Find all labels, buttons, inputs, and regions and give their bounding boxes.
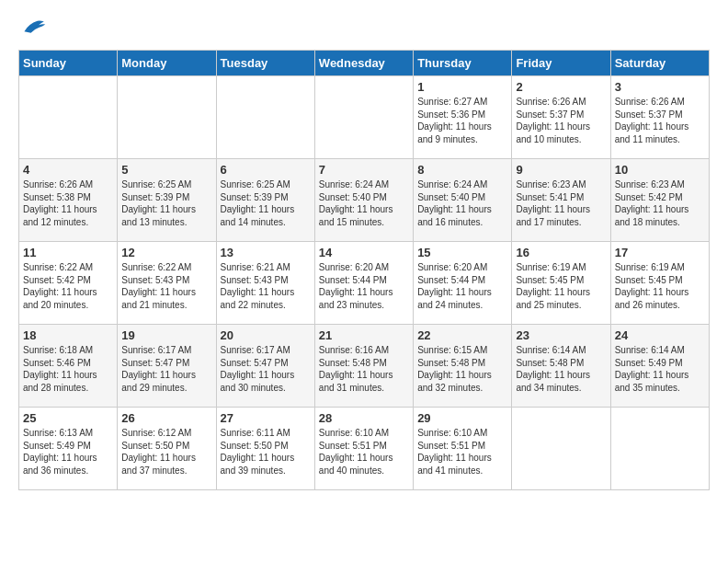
day-number: 21 — [319, 328, 409, 342]
day-info: Sunrise: 6:20 AM Sunset: 5:44 PM Dayligh… — [319, 261, 409, 311]
page-header — [18, 18, 710, 40]
calendar-cell: 20Sunrise: 6:17 AM Sunset: 5:47 PM Dayli… — [216, 325, 314, 408]
day-info: Sunrise: 6:24 AM Sunset: 5:40 PM Dayligh… — [417, 178, 507, 228]
calendar-cell: 28Sunrise: 6:10 AM Sunset: 5:51 PM Dayli… — [314, 408, 413, 490]
day-number: 20 — [221, 328, 311, 342]
day-info: Sunrise: 6:19 AM Sunset: 5:45 PM Dayligh… — [516, 261, 606, 311]
day-info: Sunrise: 6:22 AM Sunset: 5:42 PM Dayligh… — [23, 261, 113, 311]
calendar-cell: 21Sunrise: 6:16 AM Sunset: 5:48 PM Dayli… — [314, 325, 413, 408]
calendar-cell: 22Sunrise: 6:15 AM Sunset: 5:48 PM Dayli… — [414, 325, 512, 408]
day-info: Sunrise: 6:25 AM Sunset: 5:39 PM Dayligh… — [121, 178, 211, 228]
day-number: 1 — [417, 80, 507, 94]
day-number: 25 — [23, 411, 113, 425]
day-number: 26 — [121, 411, 211, 425]
day-info: Sunrise: 6:15 AM Sunset: 5:48 PM Dayligh… — [417, 344, 507, 394]
day-number: 23 — [516, 328, 606, 342]
calendar-cell: 27Sunrise: 6:11 AM Sunset: 5:50 PM Dayli… — [216, 408, 314, 490]
day-info: Sunrise: 6:23 AM Sunset: 5:42 PM Dayligh… — [615, 178, 705, 228]
calendar-cell: 2Sunrise: 6:26 AM Sunset: 5:37 PM Daylig… — [512, 76, 610, 159]
calendar-cell: 17Sunrise: 6:19 AM Sunset: 5:45 PM Dayli… — [610, 242, 709, 325]
day-info: Sunrise: 6:11 AM Sunset: 5:50 PM Dayligh… — [221, 427, 311, 477]
day-number: 2 — [516, 80, 606, 94]
calendar-week-4: 18Sunrise: 6:18 AM Sunset: 5:46 PM Dayli… — [19, 325, 710, 408]
day-info: Sunrise: 6:14 AM Sunset: 5:48 PM Dayligh… — [516, 344, 606, 394]
day-info: Sunrise: 6:17 AM Sunset: 5:47 PM Dayligh… — [221, 344, 311, 394]
day-number: 11 — [23, 246, 113, 259]
calendar-cell — [512, 408, 610, 490]
day-number: 3 — [615, 80, 705, 94]
calendar-cell — [118, 76, 216, 159]
calendar-cell — [19, 76, 118, 159]
calendar-cell: 4Sunrise: 6:26 AM Sunset: 5:38 PM Daylig… — [19, 159, 118, 242]
header-row: SundayMondayTuesdayWednesdayThursdayFrid… — [19, 51, 710, 76]
calendar-cell: 8Sunrise: 6:24 AM Sunset: 5:40 PM Daylig… — [414, 159, 512, 242]
header-day-sunday: Sunday — [19, 51, 118, 76]
day-number: 17 — [615, 246, 705, 259]
day-number: 5 — [121, 163, 211, 177]
day-number: 16 — [516, 246, 606, 259]
day-number: 18 — [23, 328, 113, 342]
day-info: Sunrise: 6:20 AM Sunset: 5:44 PM Dayligh… — [417, 261, 507, 311]
day-number: 15 — [417, 246, 507, 259]
calendar-cell: 16Sunrise: 6:19 AM Sunset: 5:45 PM Dayli… — [512, 242, 610, 325]
calendar-week-2: 4Sunrise: 6:26 AM Sunset: 5:38 PM Daylig… — [19, 159, 710, 242]
calendar-week-3: 11Sunrise: 6:22 AM Sunset: 5:42 PM Dayli… — [19, 242, 710, 325]
calendar-cell: 19Sunrise: 6:17 AM Sunset: 5:47 PM Dayli… — [118, 325, 216, 408]
calendar-cell — [314, 76, 413, 159]
day-number: 12 — [121, 246, 211, 259]
day-info: Sunrise: 6:23 AM Sunset: 5:41 PM Dayligh… — [516, 178, 606, 228]
day-number: 6 — [221, 163, 311, 177]
header-day-wednesday: Wednesday — [314, 51, 413, 76]
day-info: Sunrise: 6:16 AM Sunset: 5:48 PM Dayligh… — [319, 344, 409, 394]
day-number: 22 — [417, 328, 507, 342]
day-number: 19 — [121, 328, 211, 342]
calendar-cell — [216, 76, 314, 159]
day-info: Sunrise: 6:27 AM Sunset: 5:36 PM Dayligh… — [417, 96, 507, 145]
day-number: 27 — [221, 411, 311, 425]
day-info: Sunrise: 6:21 AM Sunset: 5:43 PM Dayligh… — [221, 261, 311, 311]
calendar-cell: 7Sunrise: 6:24 AM Sunset: 5:40 PM Daylig… — [314, 159, 413, 242]
calendar-cell: 18Sunrise: 6:18 AM Sunset: 5:46 PM Dayli… — [19, 325, 118, 408]
header-day-friday: Friday — [512, 51, 610, 76]
day-info: Sunrise: 6:10 AM Sunset: 5:51 PM Dayligh… — [417, 427, 507, 477]
day-info: Sunrise: 6:22 AM Sunset: 5:43 PM Dayligh… — [121, 261, 211, 311]
calendar-cell: 3Sunrise: 6:26 AM Sunset: 5:37 PM Daylig… — [610, 76, 709, 159]
calendar-cell: 1Sunrise: 6:27 AM Sunset: 5:36 PM Daylig… — [414, 76, 512, 159]
calendar-cell: 11Sunrise: 6:22 AM Sunset: 5:42 PM Dayli… — [19, 242, 118, 325]
day-info: Sunrise: 6:10 AM Sunset: 5:51 PM Dayligh… — [319, 427, 409, 477]
calendar-cell: 9Sunrise: 6:23 AM Sunset: 5:41 PM Daylig… — [512, 159, 610, 242]
day-number: 4 — [23, 163, 113, 177]
day-number: 24 — [615, 328, 705, 342]
calendar-cell: 13Sunrise: 6:21 AM Sunset: 5:43 PM Dayli… — [216, 242, 314, 325]
calendar-week-5: 25Sunrise: 6:13 AM Sunset: 5:49 PM Dayli… — [19, 408, 710, 490]
calendar-cell: 5Sunrise: 6:25 AM Sunset: 5:39 PM Daylig… — [118, 159, 216, 242]
calendar-cell — [610, 408, 709, 490]
day-info: Sunrise: 6:25 AM Sunset: 5:39 PM Dayligh… — [221, 178, 311, 228]
calendar-cell: 25Sunrise: 6:13 AM Sunset: 5:49 PM Dayli… — [19, 408, 118, 490]
calendar-cell: 24Sunrise: 6:14 AM Sunset: 5:49 PM Dayli… — [610, 325, 709, 408]
day-info: Sunrise: 6:12 AM Sunset: 5:50 PM Dayligh… — [121, 427, 211, 477]
day-number: 13 — [221, 246, 311, 259]
day-info: Sunrise: 6:26 AM Sunset: 5:37 PM Dayligh… — [615, 96, 705, 145]
day-info: Sunrise: 6:17 AM Sunset: 5:47 PM Dayligh… — [121, 344, 211, 394]
calendar-table: SundayMondayTuesdayWednesdayThursdayFrid… — [18, 50, 710, 490]
day-info: Sunrise: 6:14 AM Sunset: 5:49 PM Dayligh… — [615, 344, 705, 394]
header-day-monday: Monday — [118, 51, 216, 76]
day-info: Sunrise: 6:24 AM Sunset: 5:40 PM Dayligh… — [319, 178, 409, 228]
day-number: 9 — [516, 163, 606, 177]
calendar-cell: 29Sunrise: 6:10 AM Sunset: 5:51 PM Dayli… — [414, 408, 512, 490]
calendar-cell: 14Sunrise: 6:20 AM Sunset: 5:44 PM Dayli… — [314, 242, 413, 325]
calendar-cell: 12Sunrise: 6:22 AM Sunset: 5:43 PM Dayli… — [118, 242, 216, 325]
calendar-cell: 23Sunrise: 6:14 AM Sunset: 5:48 PM Dayli… — [512, 325, 610, 408]
day-info: Sunrise: 6:26 AM Sunset: 5:38 PM Dayligh… — [23, 178, 113, 228]
day-number: 10 — [615, 163, 705, 177]
calendar-cell: 15Sunrise: 6:20 AM Sunset: 5:44 PM Dayli… — [414, 242, 512, 325]
day-info: Sunrise: 6:19 AM Sunset: 5:45 PM Dayligh… — [615, 261, 705, 311]
day-number: 29 — [417, 411, 507, 425]
day-number: 8 — [417, 163, 507, 177]
header-day-tuesday: Tuesday — [216, 51, 314, 76]
calendar-cell: 6Sunrise: 6:25 AM Sunset: 5:39 PM Daylig… — [216, 159, 314, 242]
day-info: Sunrise: 6:13 AM Sunset: 5:49 PM Dayligh… — [23, 427, 113, 477]
header-day-saturday: Saturday — [610, 51, 709, 76]
calendar-week-1: 1Sunrise: 6:27 AM Sunset: 5:36 PM Daylig… — [19, 76, 710, 159]
